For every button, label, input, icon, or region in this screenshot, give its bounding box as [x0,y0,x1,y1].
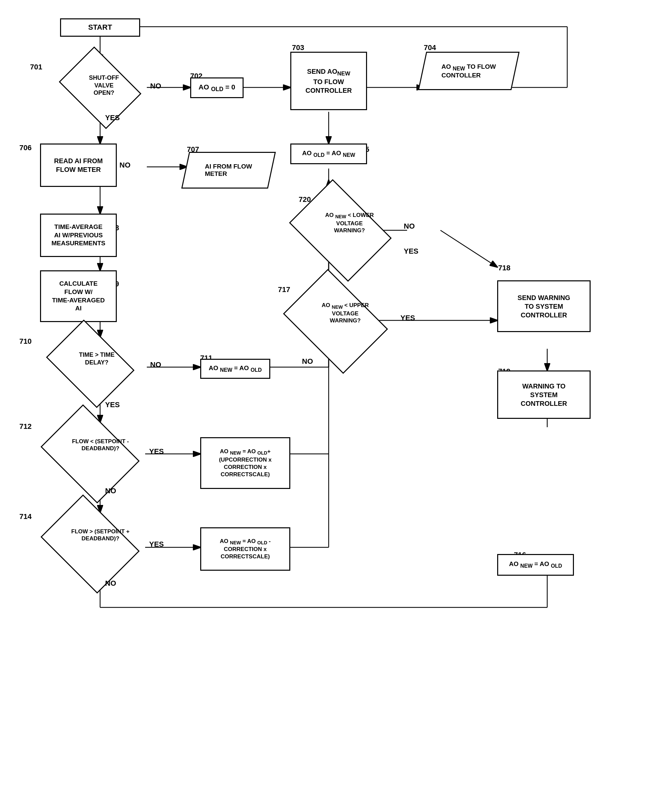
node-713: AO NEW = AO OLD+(UPCORRECTION xCORRECTIO… [200,437,290,489]
no-label-712: NO [105,487,116,495]
node-720: AO NEW < LOWERVOLTAGEWARNING? [280,197,400,264]
ref-703: 703 [292,43,304,52]
node-706-label: READ AI FROMFLOW METER [54,157,103,174]
node-712: FLOW < (SETPOINT -DEADBAND)? [30,422,150,486]
no-label-706: NO [119,161,130,169]
node-714: FLOW > (SETPOINT +DEADBAND)? [30,512,150,576]
node-703: SEND AONEWTO FLOWCONTROLLER [290,52,367,110]
node-708: TIME-AVERAGEAI W/PREVIOUSMEASUREMENTS [40,213,117,257]
node-704-label: AO NEW TO FLOWCONTOLLER [442,63,496,79]
node-718-label: SEND WARNINGTO SYSTEMCONTROLLER [517,293,570,320]
no-label-717: NO [302,357,313,366]
ref-706: 706 [19,144,32,152]
node-708-label: TIME-AVERAGEAI W/PREVIOUSMEASUREMENTS [52,223,105,248]
ref-704: 704 [424,43,436,52]
ref-718: 718 [498,264,511,272]
no-label-701: NO [150,82,161,91]
node-702-label: AO OLD = 0 [199,82,235,93]
no-label-720: NO [404,222,415,230]
start-node: START [60,18,140,37]
node-703-label: SEND AONEWTO FLOWCONTROLLER [306,67,352,95]
svg-line-27 [440,230,497,267]
node-702: AO OLD = 0 [190,77,244,98]
node-718: SEND WARNINGTO SYSTEMCONTROLLER [497,281,591,332]
node-716: AO NEW = AO OLD [497,554,574,576]
node-705: AO OLD = AO NEW [290,144,367,164]
start-label: START [88,23,112,32]
ref-710: 710 [19,337,32,346]
yes-label-720: YES [404,247,418,256]
node-719-label: WARNING TOSYSTEMCONTROLLER [521,382,567,408]
node-705-label: AO OLD = AO NEW [302,149,356,158]
yes-label-701: YES [105,113,120,122]
yes-label-712: YES [149,447,164,456]
yes-label-710: YES [105,400,120,409]
node-701: SHUT-OFFVALVEOPEN? [52,63,149,113]
node-707-label: AI FROM FLOWMETER [205,163,252,177]
node-713-label: AO NEW = AO OLD+(UPCORRECTION xCORRECTIO… [219,448,272,478]
node-715-label: AO NEW = AO OLD -CORRECTION xCORRECTSCAL… [220,538,271,561]
node-717: AO NEW < UPPERVOLTAGEWARNING? [274,287,397,356]
no-label-714: NO [105,579,116,588]
no-label-710: NO [150,361,161,369]
node-715: AO NEW = AO OLD -CORRECTION xCORRECTSCAL… [200,527,290,571]
node-719: WARNING TOSYSTEMCONTROLLER [497,370,591,419]
ref-701: 701 [30,63,42,71]
node-704: AO NEW TO FLOWCONTOLLER [422,52,515,90]
node-709: CALCULATEFLOW W/TIME-AVERAGEDAI [40,270,117,322]
yes-label-714: YES [149,540,164,549]
yes-label-717: YES [400,314,415,322]
node-716-label: AO NEW = AO OLD [509,560,562,569]
node-711: AO NEW = AO OLD [200,359,270,379]
node-711-label: AO NEW = AO OLD [209,364,262,373]
node-707: AI FROM FLOWMETER [185,152,272,188]
node-706: READ AI FROMFLOW METER [40,144,117,187]
node-709-label: CALCULATEFLOW W/TIME-AVERAGEDAI [52,280,105,313]
node-710: TIME > TIMEDELAY? [38,337,142,390]
